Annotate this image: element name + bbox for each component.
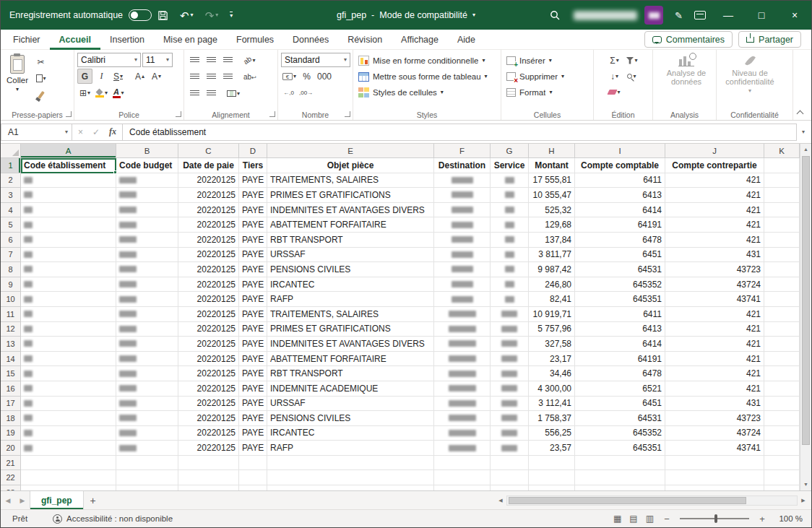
row-header-1[interactable]: 1 <box>1 158 21 173</box>
cell-H22[interactable] <box>529 470 575 485</box>
cell-A6[interactable] <box>21 233 116 248</box>
cell-B10[interactable] <box>116 292 178 307</box>
row-header-12[interactable]: 12 <box>1 322 21 337</box>
cell-J12[interactable]: 421 <box>665 322 764 337</box>
align-bottom-button[interactable] <box>220 53 236 68</box>
cell-A16[interactable] <box>21 381 116 397</box>
cell-G16[interactable] <box>491 381 529 397</box>
cell-E17[interactable]: URSSAF <box>267 397 434 412</box>
row-header-8[interactable]: 8 <box>1 262 21 277</box>
cell-B15[interactable] <box>116 366 178 381</box>
new-sheet-button[interactable]: + <box>84 491 103 509</box>
cell-I4[interactable]: 6414 <box>575 203 665 218</box>
cell-H10[interactable]: 82,41 <box>529 292 575 307</box>
row-header-2[interactable]: 2 <box>1 173 21 189</box>
cell-G19[interactable] <box>491 426 529 441</box>
cell-E18[interactable]: PENSIONS CIVILES <box>267 411 434 426</box>
cell-A13[interactable] <box>21 337 116 352</box>
column-header-K[interactable]: K <box>764 144 800 158</box>
cell-C7[interactable]: 20220125 <box>178 248 239 263</box>
comma-style-button[interactable]: 000 <box>316 69 333 84</box>
vertical-scroll-thumb[interactable] <box>802 156 810 445</box>
cell-H11[interactable]: 10 919,71 <box>529 307 575 322</box>
cell-F14[interactable] <box>434 352 491 367</box>
merge-center-button[interactable]: ▾ <box>225 86 241 101</box>
cell-D5[interactable]: PAYE <box>239 217 267 233</box>
format-cells-button[interactable]: Format▾ <box>504 85 566 100</box>
insert-cells-button[interactable]: Insérer▾ <box>504 53 566 69</box>
find-select-button[interactable]: ▾ <box>624 69 639 84</box>
cell-F21[interactable] <box>434 456 491 471</box>
cell-F12[interactable] <box>434 322 491 337</box>
qat-customize-button[interactable]: ▾ <box>224 1 238 30</box>
cell-I9[interactable]: 645352 <box>575 277 665 293</box>
comments-button[interactable]: Commentaires <box>644 31 733 48</box>
zoom-level[interactable]: 100 % <box>775 514 803 523</box>
horizontal-scroll-thumb[interactable] <box>509 497 746 504</box>
cell-F3[interactable] <box>434 188 491 203</box>
cell-A19[interactable] <box>21 426 116 441</box>
column-header-B[interactable]: B <box>116 144 178 158</box>
cell-H23[interactable] <box>529 485 575 490</box>
formula-bar-expand-button[interactable]: ▾ <box>797 124 810 141</box>
search-button[interactable] <box>543 1 566 30</box>
increase-font-size-button[interactable]: A▴ <box>132 69 147 84</box>
copy-button[interactable]: ▾ <box>33 71 48 86</box>
cell-E23[interactable] <box>267 485 434 490</box>
cell-B11[interactable] <box>116 307 178 322</box>
ribbon-tab-formules[interactable]: Formules <box>227 30 283 50</box>
cell-C9[interactable]: 20220125 <box>178 277 239 293</box>
cell-K18[interactable] <box>764 411 800 426</box>
row-header-19[interactable]: 19 <box>1 426 21 441</box>
analyze-data-button[interactable]: Analyse de données <box>656 53 717 108</box>
row-header-20[interactable]: 20 <box>1 441 21 456</box>
cell-H7[interactable]: 3 811,77 <box>529 248 575 263</box>
row-header-5[interactable]: 5 <box>1 217 21 233</box>
ribbon-tab-aide[interactable]: Aide <box>448 30 485 50</box>
cell-C19[interactable]: 20220125 <box>178 426 239 441</box>
cell-J20[interactable]: 43741 <box>665 441 764 456</box>
cell-H1[interactable]: Montant <box>529 158 575 173</box>
ribbon-tab-accueil[interactable]: Accueil <box>50 30 100 50</box>
cell-F22[interactable] <box>434 470 491 485</box>
cell-A3[interactable] <box>21 188 116 203</box>
cell-J9[interactable]: 43724 <box>665 277 764 293</box>
orientation-button[interactable]: ab▾ <box>242 53 257 68</box>
cell-K7[interactable] <box>764 248 800 263</box>
cell-D4[interactable]: PAYE <box>239 203 267 218</box>
sheet-nav-left-icon[interactable]: ◀ <box>1 491 15 509</box>
ribbon-tab-insertion[interactable]: Insertion <box>100 30 154 50</box>
cell-E1[interactable]: Objet pièce <box>267 158 434 173</box>
cell-K10[interactable] <box>764 292 800 307</box>
percent-style-button[interactable]: % <box>299 69 314 84</box>
cell-I12[interactable]: 6413 <box>575 322 665 337</box>
scroll-left-icon[interactable]: ◀ <box>495 498 506 503</box>
cell-F19[interactable] <box>434 426 491 441</box>
cell-E12[interactable]: PRIMES ET GRATIFICATIONS <box>267 322 434 337</box>
cell-C6[interactable]: 20220125 <box>178 233 239 248</box>
cell-J17[interactable]: 431 <box>665 397 764 412</box>
cell-B3[interactable] <box>116 188 178 203</box>
cell-K5[interactable] <box>764 217 800 233</box>
zoom-out-button[interactable]: − <box>662 514 672 524</box>
align-top-button[interactable] <box>187 53 202 68</box>
cell-F10[interactable] <box>434 292 491 307</box>
avatar[interactable] <box>644 6 663 25</box>
cell-B19[interactable] <box>116 426 178 441</box>
row-header-22[interactable]: 22 <box>1 470 21 485</box>
scroll-right-icon[interactable]: ▶ <box>798 498 809 503</box>
cell-F13[interactable] <box>434 337 491 352</box>
cell-K23[interactable] <box>764 485 800 490</box>
cell-A17[interactable] <box>21 397 116 412</box>
cell-A2[interactable] <box>21 173 116 189</box>
cell-D18[interactable]: PAYE <box>239 411 267 426</box>
column-header-A[interactable]: A <box>21 144 116 158</box>
decrease-decimal-button[interactable]: ,00→ <box>298 85 314 100</box>
cell-J16[interactable]: 421 <box>665 381 764 397</box>
cell-D15[interactable]: PAYE <box>239 366 267 381</box>
row-header-3[interactable]: 3 <box>1 188 21 203</box>
ribbon-display-options-button[interactable] <box>688 1 712 30</box>
cell-A8[interactable] <box>21 262 116 277</box>
cell-A23[interactable] <box>21 485 116 490</box>
insert-function-icon[interactable]: fx <box>109 126 116 137</box>
